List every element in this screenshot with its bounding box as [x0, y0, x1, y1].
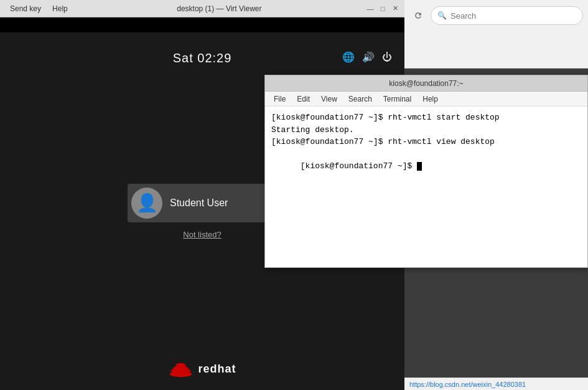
terminal-menu-search[interactable]: Search: [343, 93, 377, 105]
login-time: Sat 02:29: [173, 51, 232, 65]
minimize-button[interactable]: —: [366, 4, 375, 13]
terminal-menu-help[interactable]: Help: [418, 93, 443, 105]
terminal-menu-edit[interactable]: Edit: [292, 93, 315, 105]
terminal-cursor: [417, 162, 422, 171]
redhat-text: redhat: [198, 363, 236, 376]
terminal-menu-view[interactable]: View: [316, 93, 342, 105]
login-user-button[interactable]: 👤 Student User: [128, 184, 277, 222]
search-icon: 🔍: [437, 11, 447, 20]
user-name-label: Student User: [170, 197, 228, 209]
browser-chrome: 🔍: [404, 0, 588, 69]
terminal-titlebar: kiosk@foundation77:~: [265, 75, 587, 92]
refresh-icon: [414, 11, 422, 20]
user-avatar-icon: 👤: [136, 193, 158, 213]
search-input[interactable]: [450, 11, 576, 21]
browser-status-url: https://blog.csdn.net/weixin_44280381: [409, 381, 526, 388]
terminal-content[interactable]: [kiosk@foundation77 ~]$ rht-vmctl start …: [265, 107, 587, 267]
virt-viewer-menu-help[interactable]: Help: [47, 3, 73, 14]
virt-viewer-window-controls: — □ ✕: [366, 4, 399, 13]
not-listed-link[interactable]: Not listed?: [183, 230, 221, 239]
browser-toolbar: 🔍: [404, 0, 588, 31]
redhat-hat-icon: [168, 360, 193, 378]
terminal-line-4: [kiosk@foundation77 ~]$: [271, 148, 581, 185]
terminal-menu-file[interactable]: File: [269, 93, 291, 105]
sound-icon[interactable]: 🔊: [362, 51, 375, 63]
browser-statusbar: https://blog.csdn.net/weixin_44280381: [404, 378, 588, 390]
browser-refresh-button[interactable]: [409, 7, 427, 24]
terminal-line-2: Starting desktop.: [271, 124, 581, 136]
power-icon[interactable]: ⏻: [382, 52, 392, 63]
virt-viewer-title: desktop (1) — Virt Viewer: [73, 4, 366, 13]
redhat-logo: redhat: [168, 360, 236, 378]
network-icon[interactable]: 🌐: [342, 51, 355, 63]
close-button[interactable]: ✕: [391, 4, 399, 13]
login-status-icons: 🌐 🔊 ⏻: [342, 51, 392, 63]
svg-point-1: [175, 363, 185, 367]
terminal-line-1: [kiosk@foundation77 ~]$ rht-vmctl start …: [271, 112, 581, 124]
terminal-window: kiosk@foundation77:~ File Edit View Sear…: [264, 75, 588, 268]
terminal-menu-terminal[interactable]: Terminal: [378, 93, 416, 105]
terminal-title-text: kiosk@foundation77:~: [389, 79, 463, 88]
terminal-line-3: [kiosk@foundation77 ~]$ rht-vmctl view d…: [271, 136, 581, 148]
maximize-button[interactable]: □: [378, 4, 387, 13]
virt-viewer-menu-send-key[interactable]: Send key: [5, 3, 46, 14]
virt-viewer-titlebar: Send key Help desktop (1) — Virt Viewer …: [0, 0, 404, 17]
user-avatar: 👤: [131, 188, 162, 219]
browser-url-bar: [404, 31, 588, 35]
terminal-menubar: File Edit View Search Terminal Help: [265, 92, 587, 107]
browser-search-bar[interactable]: 🔍: [431, 6, 583, 25]
